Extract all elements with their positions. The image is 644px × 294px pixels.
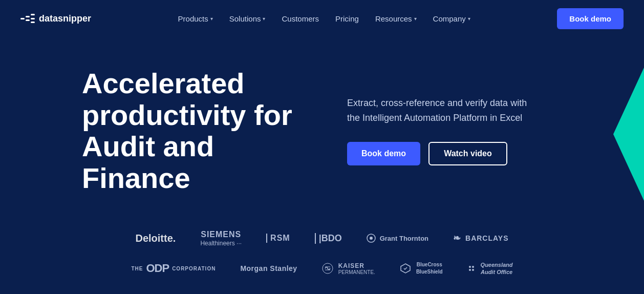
svg-point-12	[472, 269, 474, 271]
nav-solutions[interactable]: Solutions ▾	[229, 14, 266, 23]
grant-thornton-logo: Grant Thornton	[367, 234, 428, 243]
logos-section: Deloitte. SIEMENS Healthineers ··· RSM |…	[0, 219, 644, 294]
hero-book-demo-button[interactable]: Book demo	[347, 142, 420, 165]
hero-buttons: Book demo Watch video	[347, 142, 562, 165]
nav-customers[interactable]: Customers	[282, 14, 319, 23]
kaiser-permanente-logo: KAISER PERMANENTE.	[322, 262, 375, 275]
nav-products[interactable]: Products ▾	[178, 14, 213, 23]
chevron-down-icon: ▾	[414, 16, 417, 22]
chevron-down-icon: ▾	[468, 16, 470, 22]
nav-resources[interactable]: Resources ▾	[375, 14, 417, 23]
svg-point-9	[469, 266, 471, 268]
brand-logo[interactable]: datasnipper	[20, 13, 91, 24]
morgan-stanley-logo: Morgan Stanley	[240, 264, 297, 272]
logos-row-1: Deloitte. SIEMENS Healthineers ··· RSM |…	[41, 229, 603, 247]
nav-book-demo-button[interactable]: Book demo	[557, 8, 624, 29]
chevron-down-icon: ▾	[210, 16, 213, 22]
nav-links: Products ▾ Solutions ▾ Customers Pricing…	[178, 14, 470, 23]
hero-title: Accelerated productivity for Audit and F…	[82, 68, 306, 194]
navbar: datasnipper Products ▾ Solutions ▾ Custo…	[0, 0, 644, 37]
svg-rect-5	[31, 22, 35, 23]
bdo-logo: |BDO	[315, 233, 342, 244]
svg-rect-3	[31, 14, 35, 15]
hero-watch-video-button[interactable]: Watch video	[428, 142, 507, 165]
hero-subtitle: Extract, cross-reference and verify data…	[347, 96, 542, 125]
svg-point-7	[370, 237, 373, 240]
svg-rect-0	[20, 18, 25, 19]
teal-accent-decoration	[613, 68, 644, 201]
deloitte-logo: Deloitte.	[135, 233, 176, 244]
hero-left: Accelerated productivity for Audit and F…	[82, 68, 306, 194]
svg-point-10	[472, 266, 474, 268]
svg-point-11	[469, 269, 471, 271]
nav-pricing[interactable]: Pricing	[335, 14, 359, 23]
logos-row-2: THE ODP CORPORATION Morgan Stanley KAISE…	[41, 261, 603, 276]
chevron-down-icon: ▾	[263, 16, 265, 22]
barclays-logo: ❧BARCLAYS	[453, 233, 509, 244]
brand-name: datasnipper	[39, 13, 91, 24]
rsm-logo: RSM	[266, 234, 290, 243]
svg-rect-1	[26, 16, 30, 17]
siemens-logo: SIEMENS Healthineers ···	[200, 229, 242, 247]
nav-company[interactable]: Company ▾	[433, 14, 470, 23]
bluecross-blueshield-logo: BlueCross BlueShield	[400, 261, 443, 276]
queensland-audit-office-logo: Queensland Audit Office	[467, 261, 513, 276]
hero-section: Accelerated productivity for Audit and F…	[0, 37, 644, 219]
hero-right: Extract, cross-reference and verify data…	[347, 96, 562, 165]
svg-rect-2	[26, 19, 30, 21]
odp-logo: THE ODP CORPORATION	[131, 262, 216, 275]
svg-rect-4	[31, 18, 35, 19]
